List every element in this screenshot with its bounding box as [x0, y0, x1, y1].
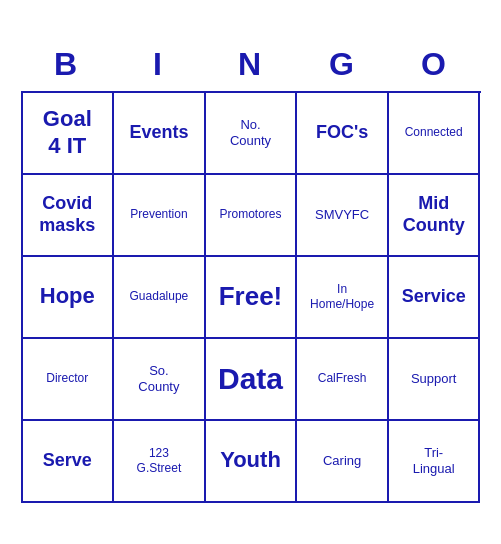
- cell-0-3[interactable]: FOC's: [297, 93, 389, 175]
- cell-2-4[interactable]: Service: [389, 257, 481, 339]
- cell-1-4[interactable]: MidCounty: [389, 175, 481, 257]
- cell-1-3[interactable]: SMVYFC: [297, 175, 389, 257]
- cell-3-0[interactable]: Director: [23, 339, 115, 421]
- cell-0-1[interactable]: Events: [114, 93, 206, 175]
- cell-3-3[interactable]: CalFresh: [297, 339, 389, 421]
- cell-text-0-4: Connected: [405, 125, 463, 139]
- cell-text-4-0: Serve: [43, 450, 92, 472]
- bingo-header: BINGO: [21, 42, 481, 87]
- cell-text-4-3: Caring: [323, 453, 361, 469]
- header-letter: N: [205, 42, 297, 87]
- cell-text-4-1: 123G.Street: [137, 446, 182, 475]
- cell-1-2[interactable]: Promotores: [206, 175, 298, 257]
- cell-text-3-0: Director: [46, 371, 88, 385]
- cell-4-1[interactable]: 123G.Street: [114, 421, 206, 503]
- cell-text-0-0: Goal4 IT: [43, 106, 92, 159]
- header-letter: B: [21, 42, 113, 87]
- cell-2-0[interactable]: Hope: [23, 257, 115, 339]
- cell-2-1[interactable]: Guadalupe: [114, 257, 206, 339]
- cell-text-2-0: Hope: [40, 283, 95, 309]
- cell-text-2-4: Service: [402, 286, 466, 308]
- cell-text-1-0: Covidmasks: [39, 193, 95, 236]
- cell-4-3[interactable]: Caring: [297, 421, 389, 503]
- cell-text-0-3: FOC's: [316, 122, 368, 144]
- cell-text-4-2: Youth: [220, 447, 281, 473]
- cell-text-2-1: Guadalupe: [130, 289, 189, 303]
- cell-text-2-2: Free!: [219, 281, 283, 312]
- cell-3-2[interactable]: Data: [206, 339, 298, 421]
- cell-4-0[interactable]: Serve: [23, 421, 115, 503]
- cell-text-1-2: Promotores: [219, 207, 281, 221]
- cell-text-3-3: CalFresh: [318, 371, 367, 385]
- cell-1-0[interactable]: Covidmasks: [23, 175, 115, 257]
- cell-text-0-2: No.County: [230, 117, 271, 148]
- cell-2-2[interactable]: Free!: [206, 257, 298, 339]
- cell-text-3-1: So.County: [138, 363, 179, 394]
- cell-3-4[interactable]: Support: [389, 339, 481, 421]
- cell-2-3[interactable]: InHome/Hope: [297, 257, 389, 339]
- cell-text-3-2: Data: [218, 361, 283, 397]
- header-letter: G: [297, 42, 389, 87]
- cell-text-3-4: Support: [411, 371, 457, 387]
- cell-4-4[interactable]: Tri-Lingual: [389, 421, 481, 503]
- cell-0-2[interactable]: No.County: [206, 93, 298, 175]
- cell-1-1[interactable]: Prevention: [114, 175, 206, 257]
- cell-text-0-1: Events: [129, 122, 188, 144]
- cell-text-1-3: SMVYFC: [315, 207, 369, 223]
- cell-text-1-1: Prevention: [130, 207, 187, 221]
- cell-text-1-4: MidCounty: [403, 193, 465, 236]
- cell-text-4-4: Tri-Lingual: [413, 445, 455, 476]
- header-letter: O: [389, 42, 481, 87]
- cell-0-4[interactable]: Connected: [389, 93, 481, 175]
- header-letter: I: [113, 42, 205, 87]
- cell-4-2[interactable]: Youth: [206, 421, 298, 503]
- bingo-container: BINGO Goal4 ITEventsNo.CountyFOC'sConnec…: [11, 32, 491, 513]
- bingo-grid: Goal4 ITEventsNo.CountyFOC'sConnectedCov…: [21, 91, 481, 503]
- cell-text-2-3: InHome/Hope: [310, 282, 374, 311]
- cell-0-0[interactable]: Goal4 IT: [23, 93, 115, 175]
- cell-3-1[interactable]: So.County: [114, 339, 206, 421]
